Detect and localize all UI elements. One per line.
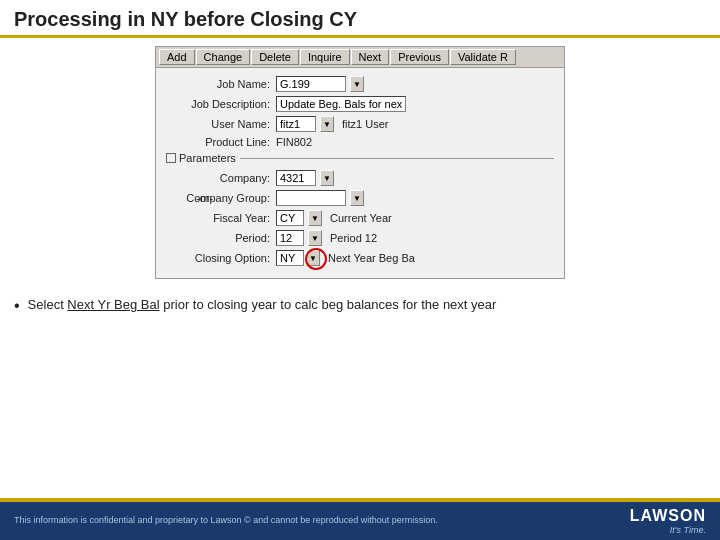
product-line-row: Product Line: FIN802 [166, 136, 554, 148]
period-value: ▼ Period 12 [276, 230, 377, 246]
bullet-icon: • [14, 295, 20, 317]
job-description-input[interactable] [276, 96, 406, 112]
job-description-label: Job Description: [166, 98, 276, 110]
job-name-row: Job Name: ▼ [166, 76, 554, 92]
page-header: Processing in NY before Closing CY [0, 0, 720, 38]
product-line-display: FIN802 [276, 136, 312, 148]
fiscal-year-row: Fiscal Year: ▼ Current Year [166, 210, 554, 226]
period-label: Period: [166, 232, 276, 244]
footer: This information is confidential and pro… [0, 502, 720, 540]
params-checkbox[interactable] [166, 153, 176, 163]
next-button[interactable]: Next [351, 49, 390, 65]
bullet-text-before: Select [28, 297, 68, 312]
job-name-dropdown[interactable]: ▼ [350, 76, 364, 92]
company-row: Company: ▼ [166, 170, 554, 186]
params-divider [240, 158, 554, 159]
closing-option-display: Next Year Beg Ba [328, 252, 415, 264]
company-group-dropdown[interactable]: ▼ [350, 190, 364, 206]
company-group-row: -or- Company Group: ▼ [166, 190, 554, 206]
bullet-text-after: prior to closing year to calc beg balanc… [160, 297, 497, 312]
parameters-section: Parameters Company: ▼ -or- Company Group… [166, 152, 554, 266]
user-name-dropdown[interactable]: ▼ [320, 116, 334, 132]
job-name-value: ▼ [276, 76, 364, 92]
fiscal-year-input[interactable] [276, 210, 304, 226]
company-label: Company: [166, 172, 276, 184]
job-name-label: Job Name: [166, 78, 276, 90]
closing-option-value: ▼ Next Year Beg Ba [276, 250, 415, 266]
main-content: Add Change Delete Inquire Next Previous … [0, 38, 720, 287]
footer-logo: LAWSON It's Time. [630, 507, 706, 535]
company-group-value: ▼ [276, 190, 364, 206]
toolbar: Add Change Delete Inquire Next Previous … [156, 47, 564, 68]
add-button[interactable]: Add [159, 49, 195, 65]
validate-button[interactable]: Validate R [450, 49, 516, 65]
closing-option-dropdown[interactable]: ▼ [306, 250, 320, 266]
user-name-row: User Name: ▼ fitz1 User [166, 116, 554, 132]
closing-option-wrapper: ▼ [276, 250, 320, 266]
product-line-label: Product Line: [166, 136, 276, 148]
user-name-value: ▼ fitz1 User [276, 116, 388, 132]
fiscal-year-value: ▼ Current Year [276, 210, 392, 226]
parameters-header: Parameters [166, 152, 554, 164]
logo-text: LAWSON [630, 507, 706, 525]
fiscal-year-display: Current Year [330, 212, 392, 224]
bullet-text: Select Next Yr Beg Bal prior to closing … [28, 295, 497, 315]
logo-tagline: It's Time. [670, 525, 706, 535]
period-display: Period 12 [330, 232, 377, 244]
bullet-underline-text: Next Yr Beg Bal [67, 297, 159, 312]
form-panel: Add Change Delete Inquire Next Previous … [155, 46, 565, 279]
fiscal-year-label: Fiscal Year: [166, 212, 276, 224]
previous-button[interactable]: Previous [390, 49, 449, 65]
job-name-input[interactable] [276, 76, 346, 92]
page-title: Processing in NY before Closing CY [14, 8, 706, 31]
or-label: -or- [196, 192, 213, 204]
closing-option-label: Closing Option: [166, 252, 276, 264]
change-button[interactable]: Change [196, 49, 251, 65]
company-dropdown[interactable]: ▼ [320, 170, 334, 186]
fiscal-year-dropdown[interactable]: ▼ [308, 210, 322, 226]
circle-highlight [305, 248, 327, 270]
form-body: Job Name: ▼ Job Description: User Name: … [156, 68, 564, 278]
job-description-value [276, 96, 406, 112]
user-name-display: fitz1 User [342, 118, 388, 130]
user-name-label: User Name: [166, 118, 276, 130]
period-row: Period: ▼ Period 12 [166, 230, 554, 246]
footer-disclaimer: This information is confidential and pro… [14, 515, 438, 527]
company-value: ▼ [276, 170, 334, 186]
closing-option-row: Closing Option: ▼ Next Year Beg Ba [166, 250, 554, 266]
job-description-row: Job Description: [166, 96, 554, 112]
parameters-label: Parameters [179, 152, 236, 164]
period-input[interactable] [276, 230, 304, 246]
bullet-section: • Select Next Yr Beg Bal prior to closin… [0, 287, 720, 325]
company-group-label: Company Group: [166, 192, 276, 204]
delete-button[interactable]: Delete [251, 49, 299, 65]
company-input[interactable] [276, 170, 316, 186]
company-group-input[interactable] [276, 190, 346, 206]
inquire-button[interactable]: Inquire [300, 49, 350, 65]
product-line-value: FIN802 [276, 136, 312, 148]
period-dropdown[interactable]: ▼ [308, 230, 322, 246]
user-name-input[interactable] [276, 116, 316, 132]
closing-option-input[interactable] [276, 250, 304, 266]
